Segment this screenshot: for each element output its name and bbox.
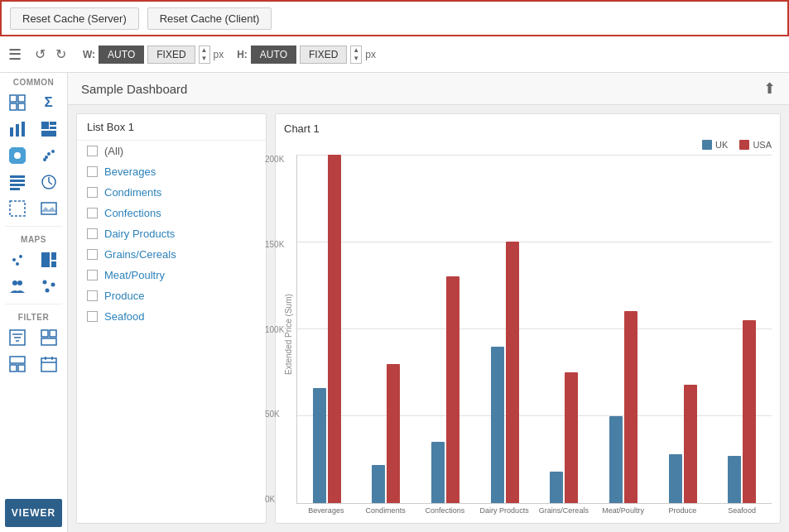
- x-label-7: Seafood: [712, 506, 772, 515]
- list-item-checkbox-3[interactable]: [87, 208, 98, 218]
- maps-section-label: MAPS: [0, 230, 67, 246]
- list-item-checkbox-5[interactable]: [87, 249, 98, 260]
- bar-group-3: [475, 155, 535, 503]
- list-item-checkbox-4[interactable]: [87, 228, 98, 239]
- treemap-icon[interactable]: [35, 247, 63, 272]
- table-icon[interactable]: [3, 90, 31, 115]
- bar-usa-5: [624, 311, 637, 503]
- filter2-icon[interactable]: [35, 325, 63, 350]
- x-label-0: Beverages: [296, 506, 356, 515]
- width-auto-button[interactable]: AUTO: [99, 46, 144, 64]
- svg-rect-9: [50, 127, 56, 129]
- bar-uk-6: [669, 454, 682, 503]
- list-item-7[interactable]: Produce: [77, 285, 266, 306]
- bar-group-1: [357, 155, 416, 503]
- list-item-label-0: (All): [104, 145, 123, 157]
- list-item-label-8: Seafood: [104, 310, 144, 323]
- x-label-2: Confections: [416, 506, 475, 515]
- svg-rect-20: [10, 188, 20, 190]
- svg-rect-44: [41, 338, 56, 345]
- list-box: List Box 1 (All)BeveragesCondimentsConfe…: [76, 113, 267, 524]
- svg-rect-1: [18, 95, 25, 102]
- svg-rect-10: [41, 131, 56, 137]
- select-icon[interactable]: [3, 196, 31, 221]
- width-stepper[interactable]: ▲ ▼: [199, 46, 210, 64]
- bar-usa-2: [446, 276, 459, 503]
- y-label-50k: 50K: [265, 410, 284, 419]
- svg-point-12: [11, 149, 24, 162]
- list-item-3[interactable]: Confections: [77, 203, 266, 223]
- svg-rect-19: [10, 184, 25, 186]
- dot-map-icon[interactable]: [35, 274, 63, 299]
- undo-button[interactable]: ↺: [31, 45, 49, 64]
- svg-point-14: [47, 152, 51, 156]
- list-item-checkbox-2[interactable]: [87, 187, 98, 198]
- list-item-4[interactable]: Dairy Products: [77, 223, 266, 244]
- list-item-1[interactable]: Beverages: [77, 161, 266, 182]
- svg-rect-7: [41, 122, 49, 129]
- svg-point-36: [51, 283, 55, 287]
- list-item-checkbox-8[interactable]: [87, 311, 98, 322]
- sigma-icon[interactable]: Σ: [35, 90, 63, 115]
- list-item-0[interactable]: (All): [77, 141, 266, 161]
- bar-chart-icon[interactable]: [3, 117, 31, 141]
- list-items: (All)BeveragesCondimentsConfectionsDairy…: [77, 141, 266, 523]
- share-icon[interactable]: ⬆: [763, 79, 776, 98]
- legend-uk: UK: [702, 140, 728, 150]
- height-stepper[interactable]: ▲ ▼: [350, 46, 362, 64]
- bar-uk-0: [313, 388, 326, 503]
- chart-inner: 200K 150K 100K 50K 0K: [296, 155, 772, 515]
- height-group: H: AUTO FIXED ▲ ▼ px: [237, 46, 376, 64]
- pie-chart-icon[interactable]: [3, 143, 31, 168]
- svg-line-23: [49, 182, 52, 185]
- svg-rect-2: [10, 103, 17, 110]
- svg-rect-45: [10, 357, 25, 363]
- map-point-icon[interactable]: [3, 247, 31, 272]
- clock-icon[interactable]: [35, 170, 63, 194]
- list-item-checkbox-6[interactable]: [87, 270, 98, 280]
- width-fixed-button[interactable]: FIXED: [147, 46, 195, 64]
- height-fixed-button[interactable]: FIXED: [300, 46, 347, 64]
- list-item-6[interactable]: Meat/Poultry: [77, 265, 266, 285]
- viewer-button[interactable]: VIEWER: [5, 499, 62, 527]
- height-auto-button[interactable]: AUTO: [251, 46, 296, 64]
- redo-button[interactable]: ↻: [52, 45, 70, 64]
- list-item-checkbox-0[interactable]: [87, 146, 98, 156]
- dashboard-title-bar: Sample Dashboard ⬆: [68, 73, 789, 105]
- scatter-icon[interactable]: [35, 143, 63, 168]
- list-icon[interactable]: [3, 170, 31, 194]
- menu-icon[interactable]: ☰: [8, 46, 22, 64]
- svg-rect-8: [50, 122, 56, 125]
- dashboard-title: Sample Dashboard: [81, 82, 187, 96]
- calendar-icon[interactable]: [35, 352, 63, 376]
- svg-rect-30: [41, 252, 50, 267]
- height-label: H:: [237, 49, 248, 60]
- reset-cache-client-button[interactable]: Reset Cache (Client): [147, 7, 272, 30]
- filter3-icon[interactable]: [3, 352, 31, 376]
- svg-rect-46: [10, 365, 17, 371]
- people-icon[interactable]: [3, 274, 31, 299]
- svg-point-35: [42, 280, 46, 285]
- list-item-label-2: Condiments: [104, 186, 161, 199]
- image-icon[interactable]: [35, 196, 63, 221]
- bar-group-5: [594, 155, 653, 503]
- svg-point-33: [12, 280, 17, 285]
- maps-icons-group: [0, 246, 67, 300]
- width-group: W: AUTO FIXED ▲ ▼ px: [83, 46, 224, 64]
- list-item-checkbox-7[interactable]: [87, 290, 98, 301]
- svg-point-28: [19, 255, 22, 258]
- block-icon[interactable]: [35, 117, 63, 141]
- reset-cache-server-button[interactable]: Reset Cache (Server): [10, 7, 139, 30]
- svg-rect-17: [10, 175, 25, 178]
- list-item-8[interactable]: Seafood: [77, 306, 266, 327]
- list-item-checkbox-1[interactable]: [87, 166, 98, 177]
- y-axis-label: Extended Price (Sum): [284, 155, 293, 515]
- filter-icons-group: [0, 324, 67, 378]
- list-box-title: List Box 1: [77, 114, 266, 141]
- filter-box-icon[interactable]: [3, 325, 31, 350]
- bar-usa-0: [328, 155, 341, 503]
- list-item-5[interactable]: Grains/Cereals: [77, 244, 266, 265]
- list-item-2[interactable]: Condiments: [77, 182, 266, 203]
- bar-uk-7: [728, 456, 741, 503]
- legend-usa-dot: [739, 140, 749, 150]
